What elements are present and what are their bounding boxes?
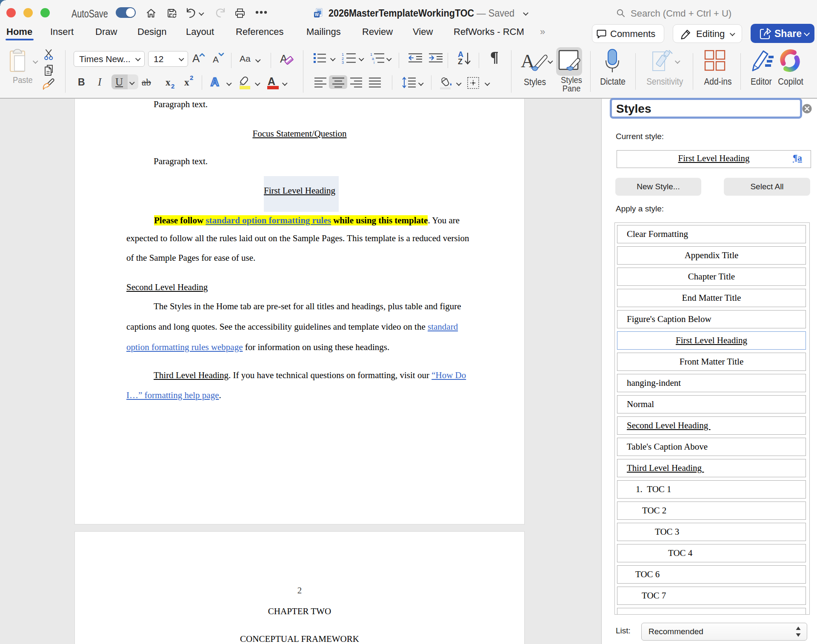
svg-text:3: 3 — [342, 60, 344, 64]
svg-text:1: 1 — [342, 52, 344, 57]
svg-text:i: i — [374, 60, 374, 64]
svg-text:1: 1 — [370, 52, 372, 57]
svg-text:W: W — [315, 12, 319, 17]
